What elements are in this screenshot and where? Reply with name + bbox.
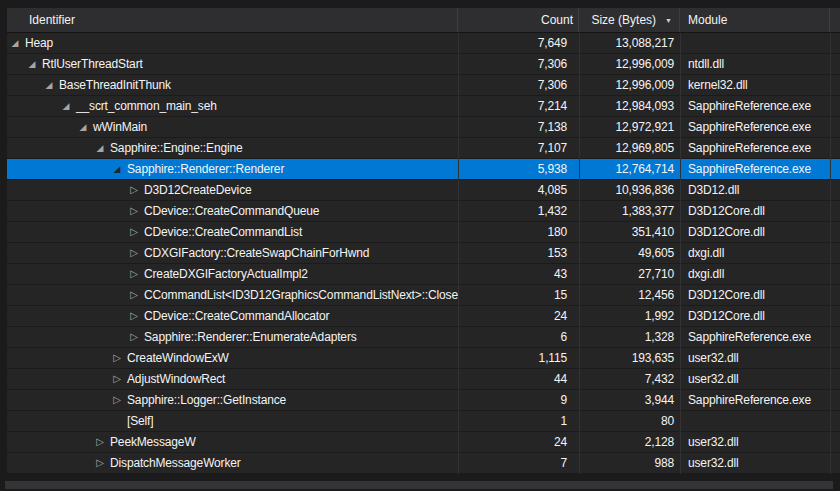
table-row[interactable]: [Self] 1 80 — [7, 411, 840, 432]
expander-collapsed-icon[interactable]: ▷ — [111, 395, 123, 405]
identifier-cell: ▷ Sapphire::Logger::GetInstance — [7, 390, 458, 410]
expander-expanded-icon[interactable]: ◢ — [9, 39, 21, 48]
expander-collapsed-icon[interactable]: ▷ — [128, 290, 140, 300]
size-cell: 2,128 — [579, 432, 680, 452]
expander-collapsed-icon[interactable]: ▷ — [128, 185, 140, 195]
expander-collapsed-icon[interactable]: ▷ — [128, 332, 140, 342]
identifier-cell: ▷ D3D12CreateDevice — [7, 180, 458, 200]
expander-expanded-icon[interactable]: ◢ — [43, 81, 55, 90]
horizontal-scrollbar-thumb[interactable] — [5, 481, 833, 489]
size-cell: 12,972,921 — [579, 117, 680, 137]
column-header-spacer — [830, 8, 840, 32]
row-spacer — [830, 54, 840, 74]
table-row[interactable]: ▷ Sapphire::Renderer::EnumerateAdapters … — [7, 327, 840, 348]
table-row[interactable]: ◢ wWinMain 7,138 12,972,921 SapphireRefe… — [7, 117, 840, 138]
table-row[interactable]: ▷ AdjustWindowRect 44 7,432 user32.dll — [7, 369, 840, 390]
module-cell — [680, 33, 830, 53]
table-row[interactable]: ▷ CCommandList<ID3D12GraphicsCommandList… — [7, 285, 840, 306]
expander-collapsed-icon[interactable]: ▷ — [128, 269, 140, 279]
row-spacer — [830, 222, 840, 242]
count-cell: 7,306 — [458, 75, 579, 95]
table-row[interactable]: ▷ CDevice::CreateCommandAllocator 24 1,9… — [7, 306, 840, 327]
identifier-cell: ▷ DispatchMessageWorker — [7, 453, 458, 473]
module-cell: dxgi.dll — [680, 243, 830, 263]
identifier-label: [Self] — [127, 414, 153, 428]
size-cell: 1,383,377 — [579, 201, 680, 221]
count-cell: 7 — [458, 453, 579, 473]
expander-collapsed-icon[interactable]: ▷ — [111, 353, 123, 363]
table-row-selected[interactable]: ◢ Sapphire::Renderer::Renderer 5,938 12,… — [7, 159, 840, 180]
count-cell: 1,432 — [458, 201, 579, 221]
table-row[interactable]: ◢ RtlUserThreadStart 7,306 12,996,009 nt… — [7, 54, 840, 75]
table-row[interactable]: ▷ PeekMessageW 24 2,128 user32.dll — [7, 432, 840, 453]
table-row[interactable]: ▷ DispatchMessageWorker 7 988 user32.dll — [7, 453, 840, 474]
identifier-cell: ◢ Sapphire::Engine::Engine — [7, 138, 458, 158]
size-cell: 12,996,009 — [579, 75, 680, 95]
identifier-label: Sapphire::Engine::Engine — [110, 141, 243, 155]
column-header-identifier[interactable]: Identifier — [7, 8, 458, 32]
column-header-size-label: Size (Bytes) — [591, 13, 656, 27]
table-row[interactable]: ▷ D3D12CreateDevice 4,085 10,936,836 D3D… — [7, 180, 840, 201]
module-cell: D3D12Core.dll — [680, 285, 830, 305]
column-separator — [458, 33, 459, 474]
count-cell: 7,649 — [458, 33, 579, 53]
identifier-cell: ▷ CreateWindowExW — [7, 348, 458, 368]
column-header-size[interactable]: Size (Bytes) ▼ — [579, 8, 680, 32]
identifier-cell: ▷ PeekMessageW — [7, 432, 458, 452]
table-row[interactable]: ▷ CDXGIFactory::CreateSwapChainForHwnd 1… — [7, 243, 840, 264]
identifier-label: Sapphire::Renderer::EnumerateAdapters — [144, 330, 357, 344]
count-cell: 24 — [458, 306, 579, 326]
count-cell: 44 — [458, 369, 579, 389]
expander-expanded-icon[interactable]: ◢ — [111, 165, 123, 174]
expander-expanded-icon[interactable]: ◢ — [94, 144, 106, 153]
module-cell: user32.dll — [680, 432, 830, 452]
table-row[interactable]: ▷ CreateWindowExW 1,115 193,635 user32.d… — [7, 348, 840, 369]
row-spacer — [830, 369, 840, 389]
identifier-cell: ◢ BaseThreadInitThunk — [7, 75, 458, 95]
table-row[interactable]: ▷ CDevice::CreateCommandList 180 351,410… — [7, 222, 840, 243]
size-cell: 3,944 — [579, 390, 680, 410]
allocation-tree-grid: Identifier Count Size (Bytes) ▼ Module ◢… — [7, 8, 840, 474]
column-separator — [830, 33, 831, 474]
identifier-label: RtlUserThreadStart — [42, 57, 143, 71]
expander-expanded-icon[interactable]: ◢ — [77, 123, 89, 132]
column-header-module[interactable]: Module — [680, 8, 830, 32]
expander-collapsed-icon[interactable]: ▷ — [94, 437, 106, 447]
size-cell: 12,996,009 — [579, 54, 680, 74]
expander-collapsed-icon[interactable]: ▷ — [128, 206, 140, 216]
identifier-cell: ▷ CDevice::CreateCommandQueue — [7, 201, 458, 221]
row-spacer — [830, 243, 840, 263]
module-cell: SapphireReference.exe — [680, 390, 830, 410]
table-row[interactable]: ◢ Sapphire::Engine::Engine 7,107 12,969,… — [7, 138, 840, 159]
expander-collapsed-icon[interactable]: ▷ — [128, 311, 140, 321]
identifier-label: CreateDXGIFactoryActualImpl2 — [144, 267, 308, 281]
count-cell: 43 — [458, 264, 579, 284]
identifier-label: D3D12CreateDevice — [144, 183, 252, 197]
table-row[interactable]: ◢ Heap 7,649 13,088,217 — [7, 33, 840, 54]
count-cell: 7,306 — [458, 54, 579, 74]
expander-collapsed-icon[interactable]: ▷ — [128, 248, 140, 258]
expander-collapsed-icon[interactable]: ▷ — [111, 374, 123, 384]
expander-collapsed-icon[interactable]: ▷ — [94, 458, 106, 468]
identifier-label: CDevice::CreateCommandList — [144, 225, 302, 239]
table-row[interactable]: ▷ Sapphire::Logger::GetInstance 9 3,944 … — [7, 390, 840, 411]
module-cell: dxgi.dll — [680, 264, 830, 284]
table-row[interactable]: ◢ __scrt_common_main_seh 7,214 12,984,09… — [7, 96, 840, 117]
table-row[interactable]: ▷ CDevice::CreateCommandQueue 1,432 1,38… — [7, 201, 840, 222]
column-header-count[interactable]: Count — [458, 8, 579, 32]
identifier-cell: ◢ Heap — [7, 33, 458, 53]
identifier-cell: ▷ Sapphire::Renderer::EnumerateAdapters — [7, 327, 458, 347]
expander-expanded-icon[interactable]: ◢ — [60, 102, 72, 111]
table-row[interactable]: ▷ CreateDXGIFactoryActualImpl2 43 27,710… — [7, 264, 840, 285]
identifier-cell: ◢ Sapphire::Renderer::Renderer — [7, 159, 458, 179]
module-cell: D3D12Core.dll — [680, 201, 830, 221]
table-row[interactable]: ◢ BaseThreadInitThunk 7,306 12,996,009 k… — [7, 75, 840, 96]
column-header-identifier-label: Identifier — [29, 13, 75, 27]
expander-expanded-icon[interactable]: ◢ — [26, 60, 38, 69]
module-cell: SapphireReference.exe — [680, 117, 830, 137]
horizontal-scrollbar[interactable] — [0, 477, 840, 491]
identifier-label: Heap — [25, 36, 53, 50]
expander-collapsed-icon[interactable]: ▷ — [128, 227, 140, 237]
size-cell: 80 — [579, 411, 680, 431]
identifier-cell: ◢ __scrt_common_main_seh — [7, 96, 458, 116]
